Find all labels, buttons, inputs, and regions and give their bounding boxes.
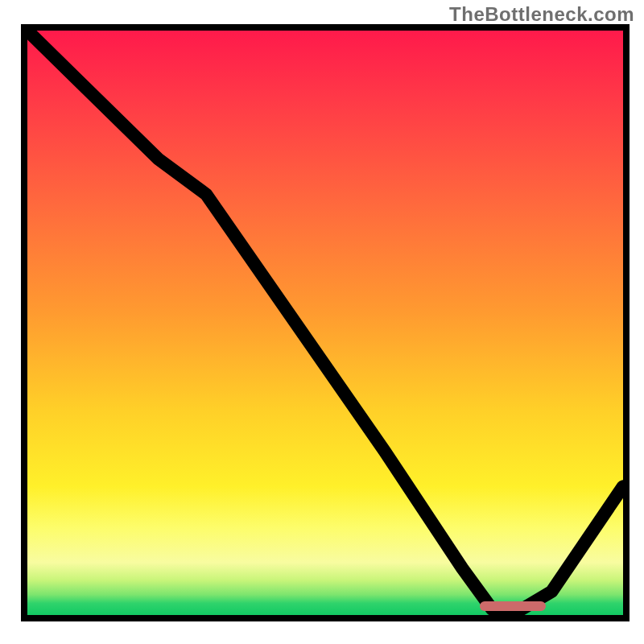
watermark-text: TheBottleneck.com bbox=[449, 3, 634, 26]
plot-area bbox=[21, 24, 630, 621]
optimal-range-marker bbox=[480, 601, 545, 611]
chart-root: TheBottleneck.com bbox=[0, 0, 644, 644]
bottleneck-curve bbox=[27, 31, 623, 609]
curve-layer bbox=[27, 31, 623, 615]
